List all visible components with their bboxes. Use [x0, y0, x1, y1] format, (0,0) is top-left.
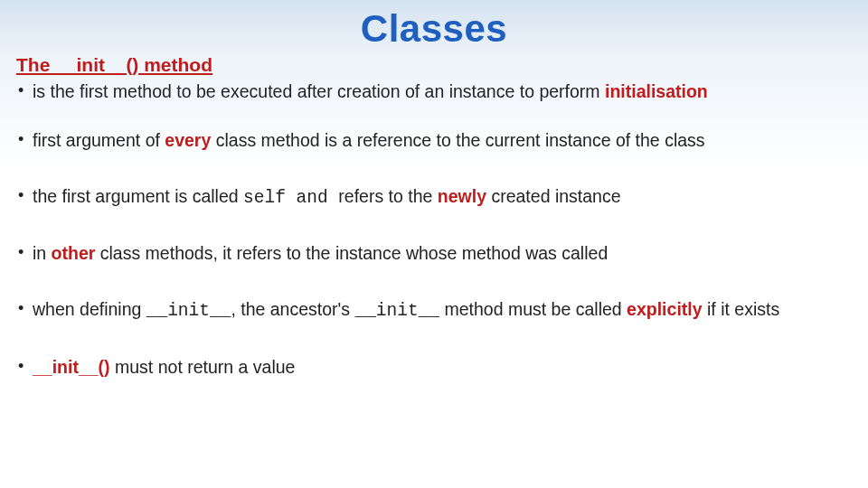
list-item: when defining __init__, the ancestor's _… [16, 299, 852, 323]
emphasis: newly [438, 186, 486, 206]
emphasis: __init__() [33, 357, 110, 377]
text: refers to the [338, 186, 437, 206]
slide-subtitle: The __init__() method [16, 54, 852, 76]
text: must not return a value [110, 357, 296, 377]
text: in [33, 243, 52, 263]
emphasis: initialisation [605, 81, 708, 101]
list-item: first argument of every class method is … [16, 130, 852, 152]
text: class methods, it refers to the instance… [95, 243, 608, 263]
text: the first argument is called [33, 186, 243, 206]
code: __init__ [354, 301, 439, 321]
list-item: in other class methods, it refers to the… [16, 243, 852, 265]
text: if it exists [703, 299, 780, 319]
slide-title: Classes [16, 7, 852, 51]
code: self [243, 188, 286, 208]
list-item: is the first method to be executed after… [16, 81, 852, 103]
text: and [286, 188, 339, 208]
bullet-list: is the first method to be executed after… [16, 81, 852, 379]
text: when defining [33, 299, 146, 319]
list-item: the first argument is called self and re… [16, 186, 852, 210]
text: , the ancestor's [231, 299, 354, 319]
emphasis: explicitly [627, 299, 702, 319]
list-item: __init__() must not return a value [16, 357, 852, 379]
emphasis: other [52, 243, 96, 263]
text: created instance [486, 186, 621, 206]
code: __init__ [146, 301, 231, 321]
emphasis: every [165, 130, 211, 150]
text: is the first method to be executed after… [33, 81, 605, 101]
text: method must be called [439, 299, 627, 319]
text: first argument of [33, 130, 165, 150]
text: class method is a reference to the curre… [211, 130, 704, 150]
